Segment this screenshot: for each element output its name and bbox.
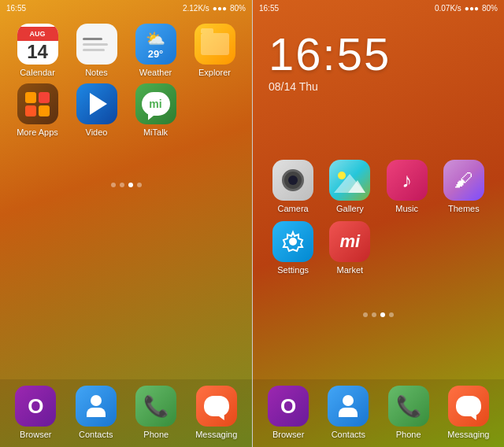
empty-icon-1: [387, 221, 428, 262]
app-explorer[interactable]: Explorer: [188, 24, 241, 77]
phone-icon-left: 📞: [135, 386, 176, 427]
person-head-left: [91, 395, 102, 406]
status-time-left: 16:55: [6, 4, 26, 13]
dock-contacts-left[interactable]: Contacts: [69, 386, 124, 439]
right-dock: O Browser Contacts 📞 Phone Messaging: [253, 379, 504, 447]
camera-icon: [272, 160, 313, 201]
person-icon-right: [339, 395, 358, 417]
app-music[interactable]: ♪ Music: [383, 160, 432, 213]
msg-bubble-right: [456, 396, 481, 416]
right-status-bar: 16:55 0.07K/s ●●● 80%: [253, 0, 504, 16]
battery-left: 80%: [230, 4, 246, 13]
right-phone-screen: 16:55 0.07K/s ●●● 80% 16:55 08/14 Thu Ca…: [252, 0, 504, 447]
notes-line-2: [83, 43, 108, 46]
explorer-icon: [195, 24, 235, 65]
themes-label: Themes: [448, 204, 480, 213]
gallery-label: Gallery: [336, 204, 364, 213]
dock-contacts-right[interactable]: Contacts: [321, 386, 376, 439]
dock-messaging-left[interactable]: Messaging: [189, 386, 245, 439]
browser-label-left: Browser: [20, 430, 51, 439]
right-app-grid-row1: Camera Gallery ♪ Music 🖌: [253, 97, 504, 221]
phone-label-left: Phone: [143, 430, 169, 439]
moreapps-dot-4: [39, 105, 50, 116]
app-settings[interactable]: Settings: [269, 221, 317, 275]
moreapps-icon: [17, 83, 58, 124]
moreapps-dot-1: [25, 92, 36, 103]
svg-point-2: [338, 172, 346, 179]
phone-icon-right: 📞: [388, 386, 429, 427]
network-speed-right: 0.07K/s: [435, 4, 461, 13]
themes-brush-icon: 🖌: [454, 169, 473, 191]
weather-icon: ⛅ 29°: [135, 24, 176, 65]
left-app-grid: AUG 14 Calendar Notes ⛅ 29° Weather: [0, 16, 252, 145]
right-clock-status: 16:55: [259, 4, 279, 13]
dock-messaging-right[interactable]: Messaging: [441, 386, 496, 439]
dock-browser-right[interactable]: O Browser: [261, 386, 316, 439]
dot-4: [137, 183, 142, 187]
app-weather[interactable]: ⛅ 29° Weather: [129, 24, 182, 77]
person-icon-left: [87, 395, 106, 417]
empty-slot-2: [439, 221, 488, 275]
phone-label-right: Phone: [396, 430, 421, 439]
contacts-label-left: Contacts: [79, 430, 113, 439]
msg-bubble-left: [204, 396, 229, 416]
moreapps-grid: [19, 86, 56, 123]
notes-line-3: [83, 49, 106, 51]
phone-handset-right: 📞: [396, 394, 421, 419]
app-market[interactable]: mi Market: [325, 221, 374, 275]
right-dot-2: [372, 312, 376, 317]
app-themes[interactable]: 🖌 Themes: [439, 160, 488, 213]
status-icons-right: 0.07K/s ●●● 80%: [435, 4, 498, 13]
weather-cloud-icon: ⛅: [146, 29, 165, 48]
right-dot-3-active: [380, 312, 385, 317]
app-mitalk[interactable]: mi MiTalk: [129, 83, 182, 137]
app-camera[interactable]: Camera: [269, 160, 317, 213]
moreapps-dot-3: [25, 105, 36, 116]
dot-1: [111, 183, 116, 187]
app-calendar[interactable]: AUG 14 Calendar: [11, 24, 64, 77]
mitalk-label: MiTalk: [143, 127, 168, 137]
weather-label: Weather: [139, 68, 172, 77]
messaging-icon-left: [196, 386, 237, 427]
phone-handset-left: 📞: [143, 394, 169, 419]
settings-label: Settings: [277, 265, 309, 275]
app-notes[interactable]: Notes: [70, 24, 123, 77]
browser-icon-right: O: [268, 386, 309, 427]
camera-inner: [288, 175, 298, 185]
left-dock: O Browser Contacts 📞 Phone Messaging: [0, 379, 252, 447]
dot-3-active: [128, 183, 133, 187]
signal-icon-right: ●●●: [465, 4, 479, 13]
folder-shape: [201, 33, 229, 55]
dock-phone-right[interactable]: 📞 Phone: [381, 386, 436, 439]
mi-logo-text: mi: [340, 231, 361, 252]
weather-temp: 29°: [148, 48, 164, 60]
battery-right: 80%: [482, 4, 498, 13]
notes-lines: [76, 31, 117, 57]
contacts-label-right: Contacts: [332, 430, 365, 439]
clock-area: 16:55 08/14 Thu: [253, 16, 504, 97]
left-status-bar: 16:55 2.12K/s ●●● 80%: [0, 0, 252, 16]
calendar-month: AUG: [17, 27, 58, 41]
music-note-icon: ♪: [402, 168, 412, 193]
video-icon: [76, 83, 117, 124]
app-video[interactable]: Video: [70, 83, 123, 137]
mitalk-bubble: mi: [142, 92, 170, 116]
settings-icon: [272, 221, 313, 262]
explorer-label: Explorer: [198, 68, 231, 77]
browser-symbol-left: O: [28, 394, 43, 419]
video-label: Video: [86, 127, 108, 137]
dock-browser-left[interactable]: O Browser: [8, 386, 64, 439]
gear-svg: [281, 230, 305, 253]
notes-icon: [76, 24, 117, 65]
messaging-label-right: Messaging: [447, 430, 489, 439]
calendar-label: Calendar: [20, 68, 55, 77]
notes-label: Notes: [85, 68, 108, 77]
moreapps-dot-2: [39, 92, 50, 103]
dock-phone-left[interactable]: 📞 Phone: [128, 386, 184, 439]
app-gallery[interactable]: Gallery: [325, 160, 374, 213]
app-moreapps[interactable]: More Apps: [11, 83, 64, 137]
browser-symbol-right: O: [280, 394, 296, 419]
left-phone-screen: 16:55 2.12K/s ●●● 80% AUG 14 Calendar: [0, 0, 252, 447]
signal-icon-left: ●●●: [213, 4, 227, 13]
market-icon: mi: [329, 221, 370, 262]
